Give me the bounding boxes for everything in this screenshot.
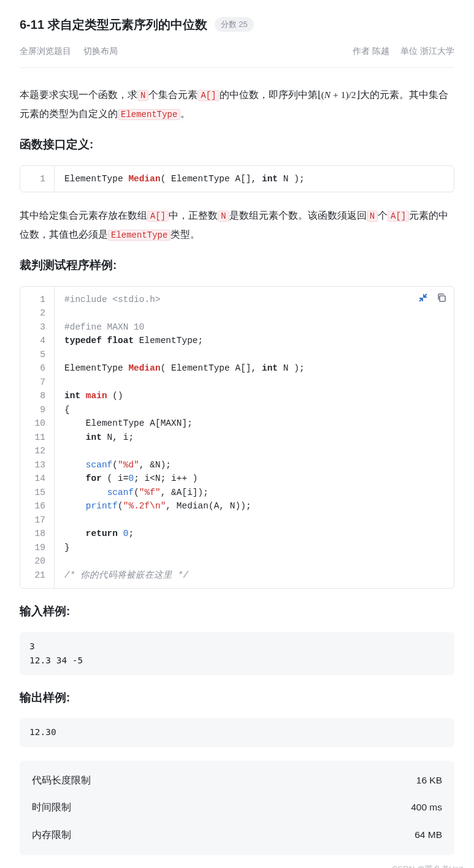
header: 6-11 求自定类型元素序列的中位数 分数 25 <box>20 15 454 34</box>
watermark: CSDN @匿名者Unit <box>392 863 463 868</box>
section-output-sample: 输出样例: <box>20 689 454 707</box>
subheader: 全屏浏览题目 切换布局 作者 陈越 单位 浙江大学 <box>20 44 454 58</box>
code-content: #include <stdio.h> #define MAXN 10 typed… <box>55 287 454 589</box>
section-input-sample: 输入样例: <box>20 602 454 621</box>
limit-time: 时间限制400 ms <box>32 794 442 821</box>
output-sample: 12.30 <box>20 718 454 747</box>
copy-icon[interactable] <box>435 292 448 304</box>
code-content: ElementType Median( ElementType A[], int… <box>55 166 454 192</box>
line-gutter: 123456789101112131415161718192021 <box>20 287 55 589</box>
input-sample: 3 12.3 34 -5 <box>20 632 454 675</box>
code-ElementType: ElementType <box>118 109 180 120</box>
fullscreen-link[interactable]: 全屏浏览题目 <box>20 44 71 58</box>
line-gutter: 1 <box>20 166 55 192</box>
code-N: N <box>137 90 148 101</box>
code-A: A[] <box>197 90 219 101</box>
section-sample-program: 裁判测试程序样例: <box>20 256 454 274</box>
interface-code-block: 1 ElementType Median( ElementType A[], i… <box>20 165 454 193</box>
limit-memory: 内存限制64 MB <box>32 821 442 849</box>
switch-layout-link[interactable]: 切换布局 <box>83 44 118 58</box>
collapse-icon[interactable] <box>417 292 429 304</box>
org-info: 单位 浙江大学 <box>400 44 454 58</box>
problem-page: 6-11 求自定类型元素序列的中位数 分数 25 全屏浏览题目 切换布局 作者 … <box>0 0 474 868</box>
author-info: 作者 陈越 <box>353 44 389 58</box>
section-interface: 函数接口定义: <box>20 135 454 154</box>
divider <box>20 67 454 68</box>
svg-rect-0 <box>440 296 445 301</box>
limit-code-length: 代码长度限制16 KB <box>32 767 442 794</box>
page-title: 6-11 求自定类型元素序列的中位数 <box>20 15 207 34</box>
math-expr: ⌊(N + 1)/2⌋ <box>318 89 360 100</box>
sample-code-block: 123456789101112131415161718192021 #inclu… <box>20 286 454 589</box>
problem-description: 本题要求实现一个函数，求N个集合元素A[]的中位数，即序列中第⌊(N + 1)/… <box>20 85 454 123</box>
score-badge: 分数 25 <box>215 17 254 32</box>
interface-description: 其中给定集合元素存放在数组A[]中，正整数N是数组元素个数。该函数须返回N个A[… <box>20 206 454 244</box>
limits-table: 代码长度限制16 KB 时间限制400 ms 内存限制64 MB <box>20 761 454 855</box>
